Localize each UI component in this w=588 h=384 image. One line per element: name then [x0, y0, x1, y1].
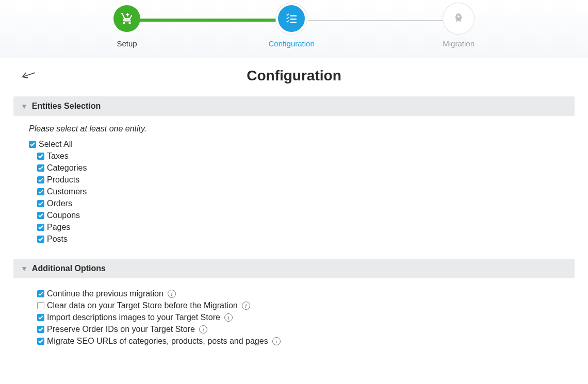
entity-row: Taxes: [37, 152, 567, 161]
checklist-icon: [285, 12, 298, 25]
info-icon[interactable]: i: [272, 337, 281, 345]
check-icon: [38, 291, 43, 296]
entity-row: Posts: [37, 235, 567, 244]
entity-label: Posts: [47, 235, 68, 244]
entity-checkbox[interactable]: [37, 164, 44, 172]
option-checkbox[interactable]: [37, 338, 44, 345]
entity-checkbox[interactable]: [37, 176, 44, 183]
step-setup[interactable]: Setup: [113, 5, 140, 48]
info-icon[interactable]: i: [242, 302, 250, 310]
entity-label: Coupons: [47, 211, 80, 220]
entity-row: Customers: [37, 187, 567, 196]
entity-label: Customers: [47, 187, 87, 196]
step-configuration-label: Configuration: [269, 39, 315, 48]
entity-row: Orders: [37, 199, 567, 208]
back-button[interactable]: [20, 69, 37, 84]
section-options-title: Additional Options: [32, 264, 106, 273]
step-setup-label: Setup: [117, 39, 137, 48]
chevron-down-icon: ▼: [21, 264, 28, 273]
config-card: Configuration ▼ Entities Selection Pleas…: [5, 58, 583, 354]
select-all-row: Select All: [29, 140, 567, 149]
entity-label: Pages: [47, 223, 70, 232]
entity-row: Categories: [37, 163, 567, 173]
entity-label: Orders: [47, 199, 72, 208]
connector-pending: [308, 20, 448, 21]
check-icon: [30, 142, 35, 147]
cart-plus-icon: [120, 12, 134, 25]
option-checkbox[interactable]: [37, 302, 44, 309]
step-migration[interactable]: Migration: [443, 5, 475, 48]
check-icon: [38, 213, 43, 218]
option-label: Migrate SEO URLs of categories, products…: [47, 337, 268, 346]
entity-checkbox[interactable]: [37, 236, 44, 243]
stepper: Setup Configuration Migration: [113, 5, 475, 48]
section-entities-title: Entities Selection: [32, 102, 101, 111]
select-all-checkbox[interactable]: [29, 141, 36, 148]
chevron-down-icon: ▼: [21, 102, 28, 110]
rocket-icon: [452, 12, 465, 25]
entity-checkbox[interactable]: [37, 188, 44, 195]
check-icon: [38, 327, 43, 332]
info-icon[interactable]: i: [199, 325, 207, 333]
step-migration-circle: [445, 5, 472, 32]
option-row: Import descriptions images to your Targe…: [37, 313, 567, 322]
option-label: Clear data on your Target Store before t…: [47, 301, 238, 310]
option-label: Continue the previous migration: [47, 289, 164, 298]
option-row: Continue the previous migrationi: [37, 289, 567, 298]
check-icon: [38, 165, 43, 171]
step-migration-label: Migration: [443, 39, 475, 48]
step-configuration-circle: [278, 5, 305, 32]
check-icon: [38, 339, 43, 344]
entity-checkbox[interactable]: [37, 224, 44, 231]
select-all-label: Select All: [39, 140, 73, 149]
entity-label: Taxes: [47, 152, 69, 161]
check-icon: [38, 189, 43, 194]
step-setup-circle: [113, 5, 140, 32]
entity-checkbox[interactable]: [37, 153, 44, 160]
entity-row: Products: [37, 175, 567, 185]
check-icon: [38, 225, 43, 230]
option-checkbox[interactable]: [37, 314, 44, 321]
info-icon[interactable]: i: [168, 290, 176, 298]
check-icon: [38, 237, 43, 242]
back-arrow-icon: [20, 69, 37, 82]
option-label: Preserve Order IDs on your Target Store: [47, 325, 195, 334]
option-row: Preserve Order IDs on your Target Storei: [37, 325, 567, 334]
check-icon: [38, 315, 43, 320]
info-icon[interactable]: i: [224, 313, 233, 322]
check-icon: [38, 177, 43, 182]
entity-row: Coupons: [37, 211, 567, 220]
option-checkbox[interactable]: [37, 290, 44, 297]
entity-row: Pages: [37, 223, 567, 232]
entity-checkbox[interactable]: [37, 200, 44, 207]
connector-done: [140, 19, 280, 22]
entities-hint: Please select at least one entity.: [29, 124, 567, 133]
check-icon: [38, 201, 43, 206]
section-entities-header[interactable]: ▼ Entities Selection: [13, 96, 575, 116]
entity-label: Categories: [47, 163, 87, 173]
check-icon: [38, 154, 43, 159]
entity-label: Products: [47, 175, 79, 185]
option-row: Migrate SEO URLs of categories, products…: [37, 337, 567, 346]
option-checkbox[interactable]: [37, 326, 44, 333]
option-row: Clear data on your Target Store before t…: [37, 301, 567, 310]
option-label: Import descriptions images to your Targe…: [47, 313, 220, 322]
page-title: Configuration: [20, 68, 568, 84]
section-options-header[interactable]: ▼ Additional Options: [13, 259, 575, 278]
entity-checkbox[interactable]: [37, 212, 44, 219]
step-configuration[interactable]: Configuration: [269, 5, 315, 48]
